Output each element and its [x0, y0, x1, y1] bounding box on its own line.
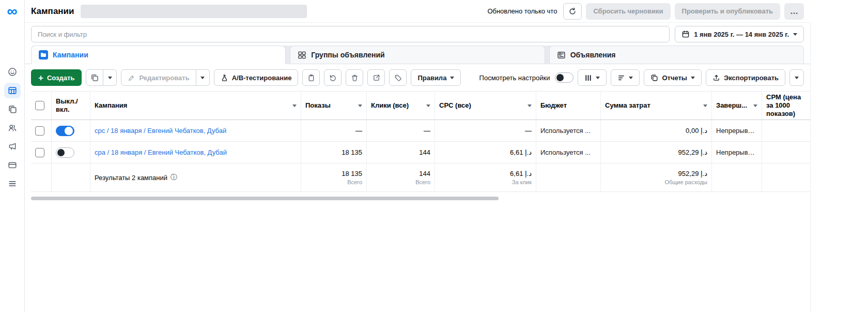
impressions-value: —	[301, 120, 367, 141]
campaigns-panel: + Создать Редактировать A/B-тестирование	[25, 64, 810, 290]
columns-dropdown-button[interactable]	[578, 69, 607, 86]
header-select-all-cell	[31, 92, 52, 120]
duplicate-button[interactable]	[86, 69, 103, 86]
rules-dropdown-button[interactable]: Правила	[411, 69, 461, 86]
page-title: Кампании	[31, 6, 74, 17]
chevron-down-icon	[596, 77, 600, 79]
duplicate-icon	[90, 73, 99, 82]
refresh-button[interactable]	[563, 3, 582, 20]
summary-impressions: 18 135	[342, 170, 362, 177]
column-header-spent[interactable]: Сумма затрат	[601, 92, 712, 120]
column-header-toggle: Выкл./вкл.	[52, 92, 90, 120]
budget-value: Используется ...	[540, 127, 591, 135]
filter-row: 1 янв 2025 г. — 14 янв 2025 г.	[25, 23, 810, 46]
meta-logo-icon[interactable]: ∞	[7, 4, 18, 19]
column-header-cpm[interactable]: CPM (цена за 1000 показов)	[762, 92, 810, 120]
column-header-budget[interactable]: Бюджет	[536, 92, 601, 120]
search-filter-input[interactable]	[31, 26, 670, 42]
tab-ads[interactable]: Объявления	[549, 46, 804, 64]
column-header-impressions[interactable]: Показы	[301, 92, 367, 120]
date-range-text: 1 янв 2025 г. — 14 янв 2025 г.	[694, 31, 789, 38]
tab-campaigns[interactable]: Кампании	[31, 46, 286, 64]
cpm-value	[762, 142, 810, 163]
summary-clicks: 144	[419, 170, 430, 177]
all-tools-menu-icon[interactable]	[4, 176, 21, 191]
spent-value: د.إ 952,29	[601, 142, 712, 163]
row-checkbox[interactable]	[35, 126, 44, 136]
table-row: cpa / 18 января / Евгений Чебатков, Дуба…	[31, 142, 810, 164]
reports-icon	[650, 74, 658, 82]
undo-icon	[329, 74, 337, 82]
horizontal-scrollbar[interactable]	[31, 197, 499, 200]
chevron-down-icon	[629, 77, 633, 79]
advertise-megaphone-icon[interactable]	[4, 139, 21, 154]
adsets-grid-icon	[298, 51, 306, 60]
summary-cpc: د.إ 6,61	[510, 170, 532, 177]
pages-copy-icon[interactable]	[4, 101, 21, 117]
cpc-value: د.إ 6,61	[435, 142, 536, 163]
export-icon	[712, 74, 720, 82]
budget-value: Используется ...	[540, 148, 591, 156]
left-nav-sidebar: ∞	[0, 0, 25, 312]
tab-adsets[interactable]: Группы объявлений	[290, 46, 545, 64]
ab-test-button[interactable]: A/B-тестирование	[214, 69, 299, 86]
ends-value: Непрерывная	[716, 148, 757, 156]
more-options-button[interactable]: …	[784, 3, 804, 20]
duplicate-dropdown-button[interactable]	[103, 69, 117, 86]
tag-button[interactable]	[389, 69, 407, 86]
column-header-clicks[interactable]: Клики (все)	[367, 92, 435, 120]
duplicate-split-button	[86, 69, 117, 86]
column-header-campaign[interactable]: Кампания	[90, 92, 301, 120]
column-header-cpc[interactable]: CPC (все)	[435, 92, 536, 120]
campaigns-table: Выкл./вкл. Кампания Показы Клики (все) C…	[31, 91, 810, 192]
open-in-new-button[interactable]	[367, 69, 385, 86]
billing-card-icon[interactable]	[4, 157, 21, 173]
view-settings-toggle[interactable]	[555, 72, 574, 83]
flask-icon	[221, 74, 228, 82]
delete-button[interactable]	[346, 69, 363, 86]
redacted-account-name	[81, 5, 307, 18]
ads-preview-icon	[557, 51, 566, 60]
undo-button[interactable]	[324, 69, 342, 86]
summary-impressions-sub: Всего	[347, 179, 362, 185]
audiences-people-icon[interactable]	[4, 120, 21, 136]
view-settings-label: Посмотреть настройки	[479, 74, 550, 82]
refresh-icon	[568, 7, 577, 16]
row-checkbox[interactable]	[35, 148, 44, 157]
trash-icon	[351, 74, 359, 82]
reports-dropdown-button[interactable]: Отчеты	[644, 69, 702, 86]
campaigns-table-icon[interactable]	[4, 83, 21, 98]
edit-button[interactable]: Редактировать	[121, 69, 196, 86]
export-button[interactable]: Экспортировать	[706, 69, 785, 86]
columns-icon	[584, 74, 592, 82]
breakdown-dropdown-button[interactable]	[611, 69, 640, 86]
date-range-picker[interactable]: 1 янв 2025 г. — 14 янв 2025 г.	[675, 26, 804, 42]
level-tabs: Кампании Группы объявлений Объявления	[31, 46, 804, 64]
cpc-value: —	[435, 120, 536, 141]
campaign-name-link[interactable]: cpc / 18 января / Евгений Чебатков, Дуба…	[95, 127, 226, 135]
content-right-edge	[810, 23, 811, 312]
edit-dropdown-button[interactable]	[196, 69, 210, 86]
campaign-status-toggle[interactable]	[56, 126, 74, 136]
clicks-value: 144	[367, 142, 435, 163]
plus-icon: +	[38, 73, 43, 82]
chevron-down-icon	[450, 77, 454, 79]
updated-status-text: Обновлено только что	[487, 7, 557, 15]
sort-caret-icon	[528, 105, 532, 107]
table-summary-row: Результаты 2 кампанийⓘ 18 135Всего 144Вс…	[31, 164, 810, 192]
column-header-ends[interactable]: Заверш...	[712, 92, 762, 120]
account-overview-smiley-icon[interactable]	[4, 64, 21, 80]
discard-drafts-button[interactable]: Сбросить черновики	[586, 3, 670, 20]
pencil-icon	[128, 74, 135, 82]
summary-spent-sub: Общие расходы	[664, 179, 707, 185]
tag-icon	[394, 74, 402, 82]
select-all-checkbox[interactable]	[35, 101, 44, 110]
campaign-status-toggle[interactable]	[56, 147, 74, 158]
info-icon[interactable]: ⓘ	[171, 173, 177, 182]
review-publish-button[interactable]: Проверить и опубликовать	[675, 3, 780, 20]
tab-ads-label: Объявления	[570, 51, 616, 59]
create-button[interactable]: + Создать	[31, 69, 82, 86]
paste-clipboard-button[interactable]	[302, 69, 320, 86]
campaign-name-link[interactable]: cpa / 18 января / Евгений Чебатков, Дуба…	[95, 148, 227, 156]
export-dropdown-button[interactable]	[789, 69, 804, 86]
